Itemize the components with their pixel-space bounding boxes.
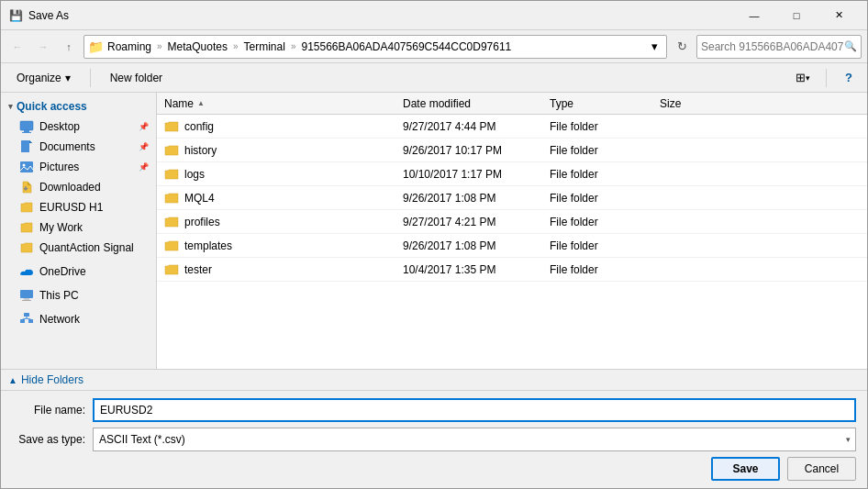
table-row[interactable]: logs 10/10/2017 1:17 PM File folder [157, 162, 867, 186]
window-icon: 💾 [8, 8, 23, 23]
cancel-button[interactable]: Cancel [787, 457, 856, 481]
sort-arrow-icon: ▲ [197, 99, 205, 107]
file-name-config: config [157, 119, 395, 134]
address-toolbar: ← → ↑ 📁 Roaming » MetaQuotes » Terminal … [1, 30, 867, 63]
save-button[interactable]: Save [711, 457, 780, 481]
sidebar-item-thispc[interactable]: This PC [1, 285, 156, 306]
sidebar-item-quantaction[interactable]: QuantAction Signal [1, 238, 156, 258]
sidebar-item-eurusd[interactable]: EURUSD H1 [1, 197, 156, 217]
search-input[interactable] [701, 40, 844, 53]
sidebar-item-documents[interactable]: Documents 📌 [1, 137, 156, 157]
folder-icon [164, 262, 179, 277]
sidebar-item-pictures[interactable]: Pictures 📌 [1, 157, 156, 177]
address-bar[interactable]: 📁 Roaming » MetaQuotes » Terminal » 9155… [83, 35, 667, 59]
folder-icon [164, 119, 179, 134]
file-name-tester: tester [157, 262, 395, 277]
svg-rect-0 [20, 121, 33, 130]
savetype-select[interactable]: ASCII Text (*.csv) [93, 428, 856, 451]
table-row[interactable]: history 9/26/2017 10:17 PM File folder [157, 139, 867, 162]
file-name-profiles: profiles [157, 215, 395, 229]
breadcrumb-folder-icon: 📁 [88, 39, 104, 54]
new-folder-button[interactable]: New folder [102, 67, 171, 89]
sidebar-item-onedrive[interactable]: OneDrive [1, 261, 156, 282]
chevron-up-icon: ▲ [8, 375, 17, 385]
breadcrumb-metaquotes: MetaQuotes [168, 40, 228, 53]
folder-icon [164, 239, 179, 253]
hide-folders-bar[interactable]: ▲ Hide Folders [1, 369, 867, 390]
help-button[interactable]: ? [838, 67, 860, 89]
main-content: ▾ Quick access Desktop 📌 Documents 📌 [1, 93, 867, 369]
view-chevron-icon: ▾ [806, 73, 810, 83]
organize-button[interactable]: Organize ▾ [8, 67, 79, 89]
up-button[interactable]: ↑ [58, 36, 80, 58]
table-row[interactable]: config 9/27/2017 4:44 PM File folder [157, 115, 867, 139]
mywork-folder-icon [19, 220, 34, 235]
downloaded-icon [19, 180, 34, 194]
svg-rect-1 [24, 130, 29, 132]
folder-icon [164, 143, 179, 158]
breadcrumb-terminal: Terminal [244, 40, 285, 53]
bottom-bar: File name: Save as type: ASCII Text (*.c… [1, 390, 867, 488]
view-button[interactable]: ⊞ ▾ [791, 67, 815, 89]
folder-icon [164, 191, 179, 206]
title-bar: 💾 Save As — □ ✕ [1, 1, 867, 30]
savetype-row: Save as type: ASCII Text (*.csv) ▾ [12, 428, 856, 451]
table-row[interactable]: tester 10/4/2017 1:35 PM File folder [157, 258, 867, 282]
savetype-wrapper: ASCII Text (*.csv) ▾ [93, 428, 856, 451]
breadcrumb-sep-3: » [291, 41, 296, 51]
toolbar-separator [90, 69, 91, 87]
sidebar-item-network[interactable]: Network [1, 309, 156, 329]
breadcrumb-roaming: Roaming [107, 40, 151, 53]
documents-pin-icon: 📌 [139, 142, 149, 151]
refresh-button[interactable]: ↻ [671, 35, 693, 59]
filename-label: File name: [12, 404, 85, 417]
pictures-icon [19, 160, 34, 174]
thispc-section: This PC [1, 285, 156, 306]
svg-point-7 [23, 164, 26, 167]
column-header-size[interactable]: Size [652, 95, 726, 112]
svg-rect-2 [22, 132, 31, 133]
table-row[interactable]: templates 9/26/2017 1:08 PM File folder [157, 234, 867, 258]
close-button[interactable]: ✕ [818, 1, 860, 30]
sidebar-item-mywork[interactable]: My Work [1, 217, 156, 238]
folder-icon: 📁 [88, 39, 104, 54]
filename-input[interactable] [93, 398, 856, 422]
window-title: Save As [28, 9, 733, 22]
quick-access-header[interactable]: ▾ Quick access [1, 96, 156, 117]
minimize-button[interactable]: — [733, 1, 775, 30]
table-row[interactable]: profiles 9/27/2017 4:21 PM File folder [157, 210, 867, 234]
file-name-history: history [157, 143, 395, 158]
breadcrumb-id: 915566BA06ADA407569C544CC0D97611 [301, 40, 511, 53]
file-list: Name ▲ Date modified Type Size config [157, 93, 867, 369]
svg-rect-9 [24, 298, 29, 300]
file-list-body: config 9/27/2017 4:44 PM File folder his… [157, 115, 867, 369]
forward-button[interactable]: → [32, 36, 54, 58]
back-button[interactable]: ← [6, 36, 28, 58]
folder-icon [164, 167, 179, 182]
sidebar-item-downloaded[interactable]: Downloaded [1, 177, 156, 197]
table-row[interactable]: MQL4 9/26/2017 1:08 PM File folder [157, 186, 867, 210]
breadcrumb: 📁 Roaming » MetaQuotes » Terminal » 9155… [88, 39, 646, 54]
desktop-pin-icon: 📌 [139, 122, 149, 131]
title-bar-buttons: — □ ✕ [733, 1, 860, 30]
command-toolbar: Organize ▾ New folder ⊞ ▾ ? [1, 63, 867, 93]
file-list-header: Name ▲ Date modified Type Size [157, 93, 867, 115]
filename-row: File name: [12, 398, 856, 422]
search-box: 🔍 [696, 35, 862, 59]
quantaction-folder-icon [19, 240, 34, 255]
savetype-label: Save as type: [12, 433, 85, 446]
file-name-templates: templates [157, 239, 395, 253]
quick-access-chevron-icon: ▾ [8, 102, 13, 111]
quick-access-label: Quick access [17, 100, 87, 113]
maximize-button[interactable]: □ [775, 1, 818, 30]
pictures-pin-icon: 📌 [139, 162, 149, 172]
column-header-name[interactable]: Name ▲ [157, 95, 395, 112]
thispc-icon [19, 288, 34, 303]
view-icon: ⊞ [796, 71, 806, 84]
address-dropdown-button[interactable]: ▾ [646, 35, 662, 59]
documents-icon [19, 139, 34, 154]
sidebar-item-desktop[interactable]: Desktop 📌 [1, 117, 156, 137]
search-icon: 🔍 [844, 40, 857, 52]
column-header-date[interactable]: Date modified [395, 95, 542, 112]
column-header-type[interactable]: Type [542, 95, 652, 112]
